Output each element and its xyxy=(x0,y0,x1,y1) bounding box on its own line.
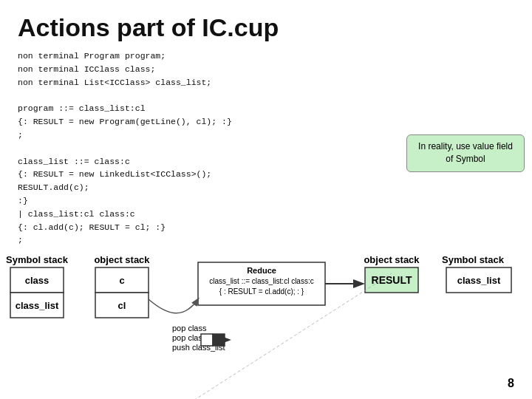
svg-text:pop class: pop class xyxy=(172,324,207,332)
svg-text:class: class xyxy=(25,275,50,286)
svg-text:push class_list: push class_list xyxy=(172,343,225,352)
page: Actions part of IC.cup non terminal Prog… xyxy=(0,0,532,399)
svg-rect-8 xyxy=(95,293,149,318)
svg-rect-4 xyxy=(10,293,64,318)
code-line-3: non terminal List<ICClass> class_list; xyxy=(18,76,514,89)
svg-text:cl: cl xyxy=(118,300,126,311)
svg-text:class_list: class_list xyxy=(16,300,59,311)
svg-rect-19 xyxy=(213,334,225,346)
svg-text:object stack: object stack xyxy=(364,254,420,265)
svg-rect-18 xyxy=(201,334,213,346)
code-line-13: | class_list:cl class:c xyxy=(18,208,514,221)
code-line-5: program ::= class_list:cl xyxy=(18,102,514,115)
code-line-11: RESULT.add(c); xyxy=(18,181,514,194)
code-line-1: non terminal Program program; xyxy=(18,50,514,63)
svg-rect-23 xyxy=(365,267,418,293)
code-line-6: {: RESULT = new Program(getLine(), cl); … xyxy=(18,115,514,129)
page-number: 8 xyxy=(508,377,514,390)
svg-text:{ : RESULT = cl.add(c); : }: { : RESULT = cl.add(c); : } xyxy=(219,287,304,296)
code-line-12: :} xyxy=(18,194,514,208)
svg-text:object stack: object stack xyxy=(94,254,150,265)
code-line-15: ; xyxy=(18,233,514,247)
svg-text:pop class_list: pop class_list xyxy=(172,333,221,342)
page-title: Actions part of IC.cup xyxy=(18,13,514,42)
svg-text:Symbol stack: Symbol stack xyxy=(442,254,505,265)
svg-text:Reduce: Reduce xyxy=(247,266,276,275)
svg-text:class_list: class_list xyxy=(457,275,501,286)
svg-text:class_list ::= class_list:cl c: class_list ::= class_list:cl class:c xyxy=(209,277,313,285)
callout-box: In reality, use value field of Symbol xyxy=(406,134,525,172)
diagram-svg: Symbol stack object stack class class_li… xyxy=(0,251,532,399)
svg-text:Symbol stack: Symbol stack xyxy=(6,254,69,265)
svg-rect-25 xyxy=(446,267,511,293)
svg-text:RESULT: RESULT xyxy=(372,274,412,286)
callout-text: In reality, use value field of Symbol xyxy=(418,141,513,164)
code-line-14: {: cl.add(c); RESULT = cl; :} xyxy=(18,221,514,234)
svg-rect-10 xyxy=(198,262,325,305)
code-line-2: non terminal ICClass class; xyxy=(18,63,514,76)
svg-text:c: c xyxy=(119,275,124,286)
svg-rect-2 xyxy=(10,267,64,293)
svg-line-27 xyxy=(64,273,392,399)
svg-rect-6 xyxy=(95,267,149,293)
